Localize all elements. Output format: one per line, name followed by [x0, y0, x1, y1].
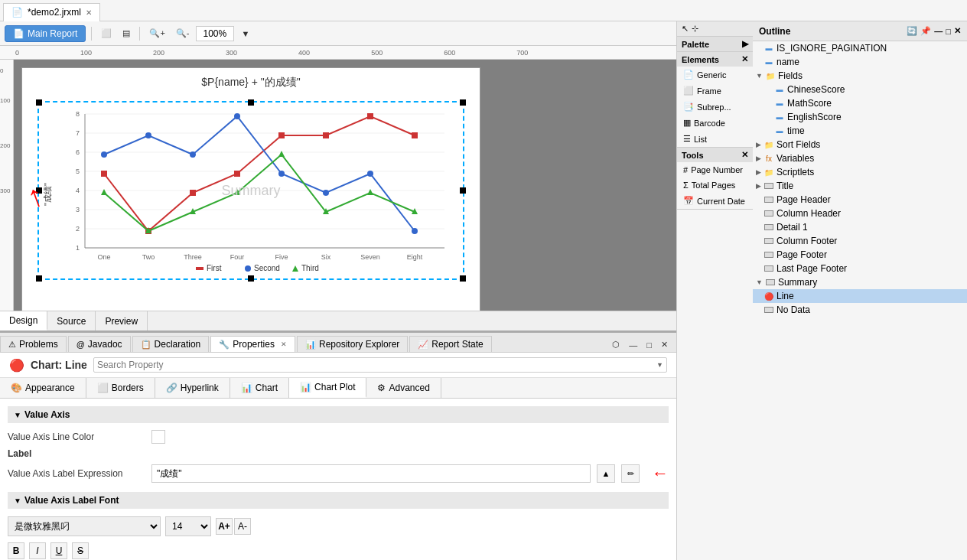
- borders-tab[interactable]: ⬜ Borders: [86, 378, 155, 398]
- outline-item-math[interactable]: ▬ MathScore: [753, 96, 967, 110]
- toolbar-btn-2[interactable]: ▤: [119, 26, 134, 41]
- outline-item-time[interactable]: ▬ time: [753, 124, 967, 138]
- outline-item-title[interactable]: ▶ Title: [753, 179, 967, 193]
- list-item[interactable]: ☰ List: [677, 131, 753, 147]
- expression-input[interactable]: [151, 464, 591, 483]
- value-axis-section-header[interactable]: ▼ Value Axis: [8, 406, 669, 423]
- handle-br[interactable]: [460, 275, 466, 282]
- underline-button[interactable]: U: [50, 542, 67, 559]
- report-state-tab[interactable]: 📈 Report State: [409, 336, 491, 352]
- handle-tl[interactable]: [36, 99, 42, 106]
- close-panel-btn[interactable]: ✕: [657, 337, 672, 352]
- outline-item-is-ignore[interactable]: ▬ IS_IGNORE_PAGINATION: [753, 41, 967, 55]
- design-tab[interactable]: Design: [0, 311, 47, 330]
- strikethrough-button[interactable]: S: [72, 542, 89, 559]
- outline-item-page-header[interactable]: Page Header: [753, 193, 967, 207]
- advanced-tab[interactable]: ⚙ Advanced: [366, 378, 441, 398]
- svg-text:Two: Two: [142, 253, 155, 261]
- file-close-icon[interactable]: ✕: [86, 8, 92, 17]
- source-tab[interactable]: Source: [47, 311, 96, 330]
- hyperlink-tab[interactable]: 🔗 Hyperlink: [155, 378, 230, 398]
- file-tab[interactable]: 📄 *demo2.jrxml ✕: [3, 3, 100, 21]
- chart-tab[interactable]: 📊 Chart: [230, 378, 289, 398]
- handle-mr[interactable]: [460, 187, 466, 194]
- outline-item-name[interactable]: ▬ name: [753, 55, 967, 69]
- search-input[interactable]: [97, 360, 656, 370]
- appearance-tab[interactable]: 🎨 Appearance: [0, 378, 86, 398]
- font-increase-btn[interactable]: A+: [216, 518, 233, 535]
- outline-item-column-footer[interactable]: Column Footer: [753, 234, 967, 248]
- tools-section-header[interactable]: Tools ✕: [677, 148, 753, 162]
- font-select-row: 是微软雅黑叼 14 A+ A-: [8, 513, 669, 539]
- repository-tab[interactable]: 📊 Repository Explorer: [297, 336, 408, 352]
- outline-item-line[interactable]: 🔴 Line: [753, 289, 967, 303]
- outline-item-variables[interactable]: ▶ fx Variables: [753, 151, 967, 165]
- font-size-select[interactable]: 14: [165, 516, 211, 536]
- outline-close-btn[interactable]: ✕: [954, 26, 961, 36]
- properties-close-icon[interactable]: ✕: [281, 340, 287, 348]
- current-date-label: Current Date: [697, 197, 745, 206]
- outline-icon-2[interactable]: 📌: [920, 26, 931, 36]
- report-state-label: Report State: [431, 339, 483, 350]
- expression-up-btn[interactable]: ▲: [597, 464, 615, 483]
- outline-item-chinese[interactable]: ▬ ChineseScore: [753, 83, 967, 96]
- ruler-v-200: 200: [0, 142, 13, 149]
- outline-minimize-btn[interactable]: —: [934, 27, 943, 36]
- generic-item[interactable]: 📄 Generic: [677, 67, 753, 83]
- barcode-item[interactable]: ▦ Barcode: [677, 115, 753, 131]
- expression-edit-btn[interactable]: ✏: [621, 464, 640, 483]
- new-window-btn[interactable]: ⬡: [608, 337, 624, 352]
- ruler-600: 600: [444, 49, 455, 57]
- font-name-select[interactable]: 是微软雅黑叼: [8, 516, 161, 536]
- handle-tr[interactable]: [460, 99, 466, 106]
- font-section-header[interactable]: ▼ Value Axis Label Font: [8, 492, 669, 509]
- zoom-out-button[interactable]: 🔍-: [172, 26, 194, 41]
- frame-item[interactable]: ⬜ Frame: [677, 83, 753, 99]
- outline-icon-1[interactable]: 🔄: [907, 26, 917, 36]
- outline-item-column-header[interactable]: Column Header: [753, 207, 967, 220]
- total-pages-label: Total Pages: [692, 181, 735, 190]
- elements-header[interactable]: Elements ✕: [677, 52, 753, 67]
- outline-item-english[interactable]: ▬ EnglishScore: [753, 110, 967, 124]
- chart-title: Chart: Line: [31, 359, 87, 371]
- javadoc-tab[interactable]: @ Javadoc: [68, 336, 131, 352]
- search-dropdown[interactable]: ▼: [93, 357, 667, 373]
- font-section-arrow: ▼: [14, 497, 21, 505]
- outline-item-page-footer[interactable]: Page Footer: [753, 248, 967, 262]
- pointer-tool-icon: ↖: [682, 24, 689, 34]
- zoom-level-input[interactable]: 100%: [196, 26, 234, 41]
- total-pages-item[interactable]: Σ Total Pages: [677, 177, 753, 193]
- outline-item-sort-fields[interactable]: ▶ 📁 Sort Fields: [753, 138, 967, 151]
- properties-tab[interactable]: 🔧 Properties ✕: [210, 336, 295, 352]
- outline-maximize-btn[interactable]: □: [946, 27, 951, 36]
- toolbar-dropdown-btn[interactable]: ▼: [237, 27, 253, 41]
- declaration-tab[interactable]: 📋 Declaration: [132, 336, 210, 352]
- zoom-in-button[interactable]: 🔍+: [145, 26, 168, 41]
- handle-bm[interactable]: [248, 275, 254, 282]
- italic-button[interactable]: I: [29, 542, 46, 559]
- toolbar-btn-1[interactable]: ⬜: [97, 26, 116, 41]
- maximize-btn[interactable]: □: [643, 338, 656, 352]
- outline-item-fields[interactable]: ▼ 📁 Fields: [753, 69, 967, 83]
- outline-item-no-data[interactable]: No Data: [753, 303, 967, 317]
- handle-bl[interactable]: [36, 275, 42, 282]
- outline-item-detail-1[interactable]: Detail 1: [753, 220, 967, 234]
- line-color-swatch[interactable]: [151, 430, 165, 444]
- main-report-button[interactable]: 📄 Main Report: [5, 25, 86, 42]
- preview-tab[interactable]: Preview: [96, 311, 148, 330]
- font-decrease-btn[interactable]: A-: [234, 518, 251, 535]
- outline-item-last-page-footer[interactable]: Last Page Footer: [753, 262, 967, 275]
- bold-button[interactable]: B: [8, 542, 24, 559]
- chart-area[interactable]: Summary "成绩": [37, 101, 464, 280]
- current-date-item[interactable]: 📅 Current Date: [677, 193, 753, 209]
- minimize-btn[interactable]: —: [625, 338, 641, 352]
- problems-tab[interactable]: ⚠ Problems: [0, 336, 67, 352]
- handle-tm[interactable]: [248, 99, 254, 106]
- palette-header[interactable]: Palette ▶: [677, 37, 753, 51]
- outline-item-scriptlets[interactable]: ▶ 📁 Scriptlets: [753, 165, 967, 179]
- ruler-v-0: 0: [0, 67, 13, 74]
- chart-plot-tab[interactable]: 📊 Chart Plot: [289, 378, 366, 398]
- page-number-item[interactable]: # Page Number: [677, 162, 753, 177]
- outline-item-summary[interactable]: ▼ Summary: [753, 275, 967, 289]
- subreport-item[interactable]: 📑 Subrep...: [677, 99, 753, 115]
